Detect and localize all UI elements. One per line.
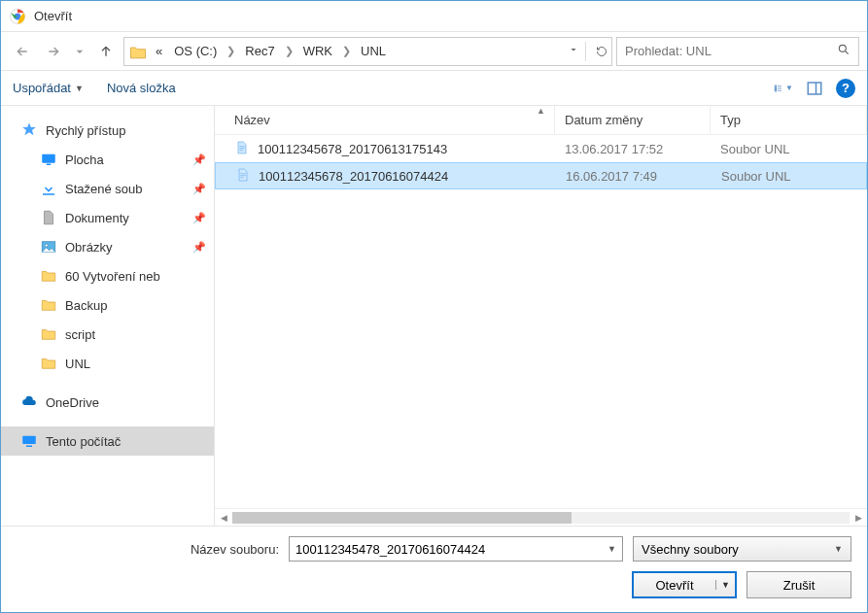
help-button[interactable]: ? — [836, 79, 855, 98]
desktop-icon — [40, 151, 57, 168]
text-file-icon — [235, 167, 251, 186]
pin-icon: 📌 — [192, 212, 206, 224]
scroll-track[interactable] — [232, 512, 850, 524]
file-date: 13.06.2017 17:52 — [555, 142, 711, 156]
title-bar: Otevřít — [1, 1, 867, 32]
breadcrumb-rec7[interactable]: Rec7 — [241, 44, 278, 58]
history-dropdown[interactable] — [568, 44, 579, 58]
scroll-right-button[interactable]: ▶ — [851, 511, 865, 525]
open-split-dropdown[interactable]: ▼ — [715, 580, 735, 590]
sidebar-quick-access[interactable]: Rychlý přístup — [1, 116, 214, 145]
organize-button[interactable]: Uspořádat ▼ — [13, 81, 84, 95]
sidebar-documents[interactable]: Dokumenty 📌 — [1, 203, 214, 232]
file-list[interactable]: 100112345678_2017061317514313.06.2017 17… — [215, 135, 867, 508]
svg-rect-16 — [22, 436, 36, 444]
sidebar-label: Dokumenty — [65, 211, 129, 225]
download-icon — [40, 180, 57, 197]
pin-icon: 📌 — [192, 153, 206, 166]
svg-point-15 — [45, 244, 48, 247]
svg-rect-17 — [26, 446, 32, 448]
file-type: Soubor UNL — [711, 142, 867, 156]
filename-combobox[interactable]: ▼ — [289, 536, 623, 562]
back-button[interactable] — [9, 38, 36, 65]
filetype-filter[interactable]: Všechny soubory ▼ — [633, 536, 851, 562]
file-row[interactable]: 100112345678_2017061317514313.06.2017 17… — [215, 135, 867, 162]
chevron-right-icon: ❯ — [225, 45, 237, 57]
breadcrumb-os[interactable]: OS (C:) — [170, 44, 221, 58]
sidebar-label: OneDrive — [46, 395, 99, 410]
sidebar-label: Rychlý přístup — [46, 123, 125, 138]
sidebar-label: Obrázky — [65, 240, 112, 255]
column-header-date[interactable]: Datum změny — [555, 106, 711, 134]
chevron-right-icon: ❯ — [340, 45, 353, 57]
chevron-right-icon: ❯ — [283, 45, 295, 57]
up-button[interactable] — [92, 38, 120, 65]
sidebar-downloads[interactable]: Stažené soub 📌 — [1, 174, 214, 203]
recent-locations-button[interactable] — [71, 38, 88, 65]
horizontal-scrollbar[interactable]: ◀ ▶ — [215, 508, 867, 526]
onedrive-icon — [20, 393, 38, 411]
scroll-left-button[interactable]: ◀ — [217, 511, 230, 525]
sidebar-pictures[interactable]: Obrázky 📌 — [1, 232, 214, 261]
column-header-name[interactable]: Název — [215, 106, 555, 134]
svg-rect-5 — [775, 89, 777, 91]
file-name: 100112345678_20170613175143 — [258, 142, 447, 156]
search-icon — [837, 43, 851, 59]
folder-icon — [40, 325, 57, 343]
star-icon — [20, 121, 38, 139]
breadcrumb-unl[interactable]: UNL — [357, 44, 390, 58]
search-box[interactable] — [616, 37, 859, 66]
file-area: ▲ Název Datum změny Typ 100112345678_201… — [215, 106, 867, 526]
new-folder-button[interactable]: Nová složka — [107, 81, 176, 95]
sidebar-onedrive[interactable]: OneDrive — [1, 388, 214, 417]
forward-button[interactable] — [40, 38, 67, 65]
svg-rect-12 — [47, 164, 52, 166]
folder-icon — [40, 296, 57, 314]
toolbar: Uspořádat ▼ Nová složka ▼ ? — [1, 71, 867, 106]
svg-rect-11 — [42, 154, 55, 163]
pin-icon: 📌 — [192, 183, 206, 195]
bottom-panel: Název souboru: ▼ Všechny soubory ▼ Otevř… — [1, 526, 867, 612]
column-header-type[interactable]: Typ — [711, 106, 867, 134]
folder-icon — [40, 355, 57, 372]
sidebar-folder-backup[interactable]: Backup — [1, 290, 214, 320]
refresh-button[interactable] — [585, 42, 608, 61]
sidebar-desktop[interactable]: Plocha 📌 — [1, 145, 214, 174]
breadcrumb-wrk[interactable]: WRK — [299, 44, 336, 58]
open-button[interactable]: Otevřít ▼ — [632, 571, 737, 598]
chevron-down-icon[interactable]: ▼ — [608, 544, 616, 554]
new-folder-label: Nová složka — [107, 81, 176, 95]
sidebar-label: Backup — [65, 298, 107, 313]
scroll-thumb[interactable] — [232, 512, 572, 524]
file-type: Soubor UNL — [712, 169, 866, 184]
breadcrumb-overflow[interactable]: « — [152, 44, 166, 58]
cancel-button-label: Zrušit — [783, 578, 816, 593]
sidebar-folder-60[interactable]: 60 Vytvoření neb — [1, 261, 214, 290]
sidebar-folder-script[interactable]: script — [1, 320, 214, 349]
sidebar-folder-unl[interactable]: UNL — [1, 349, 214, 378]
folder-icon — [128, 43, 148, 60]
svg-point-2 — [839, 45, 846, 51]
filename-input[interactable] — [295, 542, 608, 557]
preview-pane-button[interactable] — [805, 79, 824, 98]
navigation-row: « OS (C:) ❯ Rec7 ❯ WRK ❯ UNL — [1, 32, 867, 71]
sidebar-label: UNL — [65, 357, 90, 371]
view-mode-button[interactable]: ▼ — [774, 79, 793, 98]
chevron-down-icon: ▼ — [834, 544, 843, 554]
navigation-sidebar: Rychlý přístup Plocha 📌 Stažené soub 📌 D… — [1, 106, 215, 526]
pictures-icon — [40, 238, 57, 255]
sidebar-label: 60 Vytvoření neb — [65, 269, 160, 284]
column-headers: ▲ Název Datum změny Typ — [215, 106, 867, 135]
file-row[interactable]: 100112345678_2017061607442416.06.2017 7:… — [215, 162, 867, 189]
sidebar-this-pc[interactable]: Tento počítač — [1, 426, 214, 456]
file-name: 100112345678_20170616074424 — [259, 169, 448, 184]
chrome-icon — [9, 8, 26, 25]
cancel-button[interactable]: Zrušit — [746, 571, 851, 598]
svg-rect-4 — [775, 87, 777, 89]
search-input[interactable] — [625, 44, 837, 58]
sidebar-label: Tento počítač — [46, 434, 121, 449]
folder-icon — [40, 267, 57, 285]
address-bar[interactable]: « OS (C:) ❯ Rec7 ❯ WRK ❯ UNL — [123, 37, 612, 66]
text-file-icon — [234, 140, 250, 158]
svg-rect-13 — [43, 193, 54, 195]
